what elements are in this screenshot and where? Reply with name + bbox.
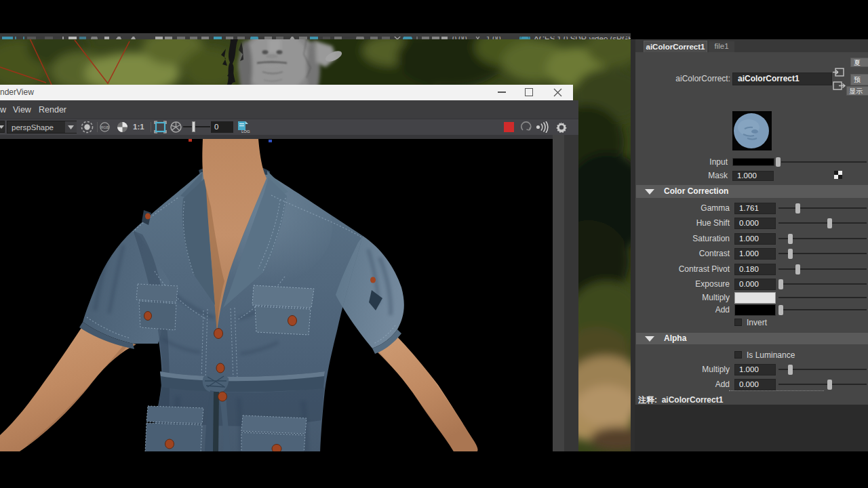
svg-text:0.00: 0.00 [452, 37, 467, 39]
svg-text:RGB: RGB [101, 125, 109, 129]
svg-text:ACES 1.0 SDR-video (sRGB: ACES 1.0 SDR-video (sRGB [534, 37, 631, 39]
svg-text:LOG: LOG [241, 129, 250, 134]
svg-text:1.00: 1.00 [486, 37, 500, 39]
